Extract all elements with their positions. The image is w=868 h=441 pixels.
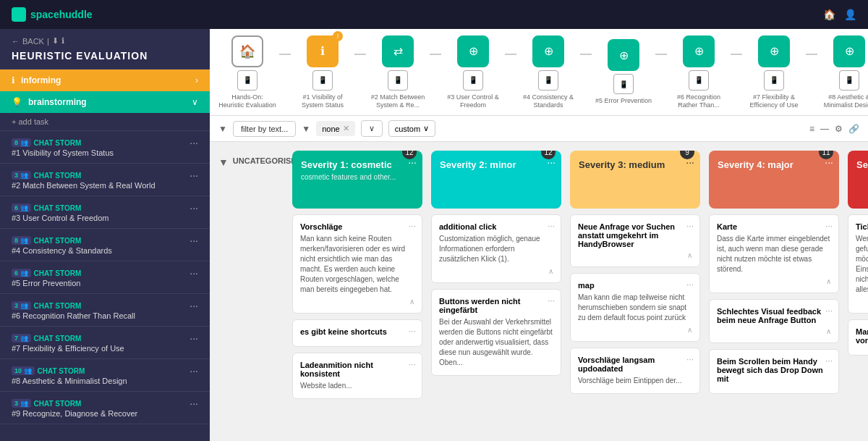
- issue-card-additional-click: ··· additional click Customization mögli…: [431, 214, 561, 283]
- step-box-4: ⊕: [532, 35, 564, 67]
- task-item[interactable]: 3 👥 CHAT STORM #9 Recognize, Diagnose & …: [0, 392, 210, 424]
- collapse-btn-3[interactable]: ∧: [578, 251, 692, 259]
- step-icon-7: ⊕: [770, 44, 779, 58]
- workflow-step-8[interactable]: ⊕ 📱 #8 Aesthetic & Minimalist Design: [820, 35, 868, 109]
- sidebar-item-informing[interactable]: ℹ informing ›: [0, 70, 210, 91]
- severity-1-title: Severity 1: cosmetic: [301, 159, 414, 170]
- task-item[interactable]: 8 👥 CHAT STORM #1 Visibility of System S…: [0, 131, 210, 164]
- workflow-step-2[interactable]: ⇄ 📱 #2 Match Between System & Re...: [369, 35, 427, 109]
- severity-5-title: Severity 5: critical: [856, 159, 868, 170]
- task-item[interactable]: 6 👥 CHAT STORM #5 Error Prevention ···: [0, 261, 210, 294]
- chevron-down-icon3: ∨: [423, 124, 429, 133]
- card-body-vorschlaege: Man kann sich keine Routen merken/favori…: [300, 234, 414, 295]
- settings-icon[interactable]: ⚙: [835, 124, 843, 134]
- task-item[interactable]: 6 👥 CHAT STORM #3 User Control & Freedom…: [0, 196, 210, 229]
- collapse-btn-6[interactable]: ∧: [717, 327, 831, 335]
- card-menu-icon4[interactable]: ···: [548, 221, 555, 231]
- close-icon[interactable]: ✕: [343, 124, 349, 133]
- separator: |: [47, 37, 49, 46]
- step-icon-1: ℹ: [320, 44, 325, 58]
- filter-custom-select[interactable]: custom ∨: [388, 120, 435, 137]
- workflow-step-home[interactable]: 🏠 📱 Hands-On: Heuristic Evaluation: [218, 35, 276, 109]
- top-nav-icons: 🏠 👤: [823, 9, 856, 20]
- workflow-step-5[interactable]: ⊕ 📱 #5 Error Prevention: [595, 39, 652, 105]
- info-icon[interactable]: ℹ: [61, 36, 64, 46]
- task-menu-icon[interactable]: ···: [190, 202, 198, 214]
- task-item[interactable]: 10 👥 CHAT STORM #8 Aesthetic & Minimalis…: [0, 359, 210, 392]
- task-item[interactable]: 7 👥 CHAT STORM #7 Flexibility & Efficien…: [0, 327, 210, 359]
- task-name: #4 Consistency & Standards: [12, 246, 112, 255]
- step-icon-3: ⊕: [469, 44, 478, 58]
- task-item[interactable]: 3 👥 CHAT STORM #6 Recognition Rather Tha…: [0, 294, 210, 327]
- step-label-3: #3 User Control & Freedom: [444, 93, 502, 109]
- severity-2-card: 12 ··· Severity 2: minor: [431, 151, 561, 209]
- card-menu-icon10[interactable]: ···: [825, 306, 833, 316]
- collapse-btn-7[interactable]: ∧: [856, 298, 868, 306]
- tag-none-label: none: [322, 125, 339, 133]
- card-menu-icon[interactable]: ···: [409, 221, 416, 231]
- workflow-step-7[interactable]: ⊕ 📱 #7 Flexibility & Efficiency of Use: [745, 35, 803, 109]
- workflow-step-4[interactable]: ⊕ 📱 #4 Consistency & Standards: [519, 35, 577, 109]
- card-menu-icon8[interactable]: ···: [686, 354, 694, 364]
- collapse-btn-2[interactable]: ∧: [439, 267, 553, 275]
- collapse-btn-1[interactable]: ∧: [300, 298, 414, 306]
- issue-card-scrollen: ··· Beim Scrollen beim Handy bewegt sich…: [709, 349, 839, 394]
- sidebar-brainstorming-section: 💡 brainstorming ∨ + add task 8 👥 CHAT ST…: [0, 91, 210, 424]
- card-menu-icon11[interactable]: ···: [825, 356, 833, 366]
- column-severity-5: 6 ··· Severity 5: critical ··· Ticket ka…: [848, 151, 868, 432]
- collapse-btn-4[interactable]: ∧: [578, 326, 692, 334]
- card-menu-icon2[interactable]: ···: [409, 326, 416, 336]
- task-count-icon: 3 👥: [12, 399, 31, 408]
- filter-tag-none[interactable]: none ✕: [316, 121, 354, 136]
- filter-dropdown-arrow[interactable]: ∨: [361, 120, 383, 137]
- collapse-btn-5[interactable]: ∧: [717, 277, 831, 285]
- column-menu-2[interactable]: ···: [547, 156, 556, 168]
- task-menu-icon[interactable]: ···: [190, 169, 198, 181]
- card-menu-icon3[interactable]: ···: [409, 359, 416, 369]
- chevron-down-icon2: ∨: [369, 124, 375, 133]
- workflow-step-3[interactable]: ⊕ 📱 #3 User Control & Freedom: [444, 35, 502, 109]
- column-menu-4[interactable]: ···: [825, 156, 833, 168]
- filter-text-button[interactable]: filter by text...: [233, 121, 296, 137]
- task-menu-icon[interactable]: ···: [190, 332, 198, 344]
- card-title-vorschlaege-langsam: Vorschläge langsam updoadated: [578, 356, 692, 373]
- task-tag-label: CHAT STORM: [34, 400, 82, 408]
- card-menu-icon5[interactable]: ···: [548, 295, 555, 306]
- add-task-button[interactable]: + add task: [0, 113, 210, 131]
- column-menu-3[interactable]: ···: [686, 156, 694, 168]
- sidebar: ← BACK | ⬇ ℹ HEURISTIC EVALUATION ℹ info…: [0, 29, 210, 441]
- back-link[interactable]: ← BACK | ⬇ ℹ: [12, 36, 198, 46]
- step-sub-icon-2: 📱: [388, 70, 408, 91]
- column-menu-1[interactable]: ···: [408, 156, 417, 168]
- task-count-icon: 7 👥: [12, 334, 31, 343]
- sort-icon[interactable]: ≡: [809, 124, 814, 134]
- task-menu-icon[interactable]: ···: [190, 365, 198, 377]
- issue-card-map: ··· map Man kann die map teilweise nicht…: [570, 273, 700, 342]
- card-title-vorschlaege: Vorschläge: [300, 222, 414, 231]
- workflow-step-6[interactable]: ⊕ 📱 #6 Recognition Rather Than...: [670, 35, 728, 109]
- card-menu-icon9[interactable]: ···: [825, 221, 833, 231]
- step-label-8: #8 Aesthetic & Minimalist Design: [820, 93, 868, 109]
- card-menu-icon7[interactable]: ···: [686, 280, 694, 290]
- chevron-down-icon: ∨: [192, 97, 198, 107]
- task-item[interactable]: 8 👥 CHAT STORM #4 Consistency & Standard…: [0, 229, 210, 261]
- workflow-step-1[interactable]: ℹ ! 📱 #1 Visibility of System Status: [294, 35, 352, 109]
- task-name: #7 Flexibility & Efficiency of Use: [12, 344, 124, 353]
- workflow-connector: [430, 54, 441, 55]
- issue-card-buttons: ··· Buttons werden nicht eingefärbt Bei …: [431, 289, 561, 376]
- collapse-icon[interactable]: —: [820, 124, 829, 134]
- task-menu-icon[interactable]: ···: [190, 267, 198, 279]
- sidebar-item-brainstorming[interactable]: 💡 brainstorming ∨: [0, 91, 210, 113]
- card-menu-icon6[interactable]: ···: [686, 221, 694, 231]
- export-icon[interactable]: ⬇: [52, 36, 59, 46]
- step-sub-icon-6: 📱: [689, 70, 709, 91]
- task-menu-icon[interactable]: ···: [190, 398, 198, 409]
- task-item[interactable]: 3 👥 CHAT STORM #2 Match Between System &…: [0, 164, 210, 196]
- task-menu-icon[interactable]: ···: [190, 300, 198, 311]
- filter-bar: ▼ filter by text... ▼ none ✕ ∨ custom ∨ …: [210, 116, 868, 142]
- task-menu-icon[interactable]: ···: [190, 137, 198, 148]
- task-menu-icon[interactable]: ···: [190, 235, 198, 246]
- link-icon[interactable]: 🔗: [848, 124, 859, 134]
- home-icon[interactable]: 🏠: [823, 9, 835, 20]
- user-icon[interactable]: 👤: [844, 9, 856, 20]
